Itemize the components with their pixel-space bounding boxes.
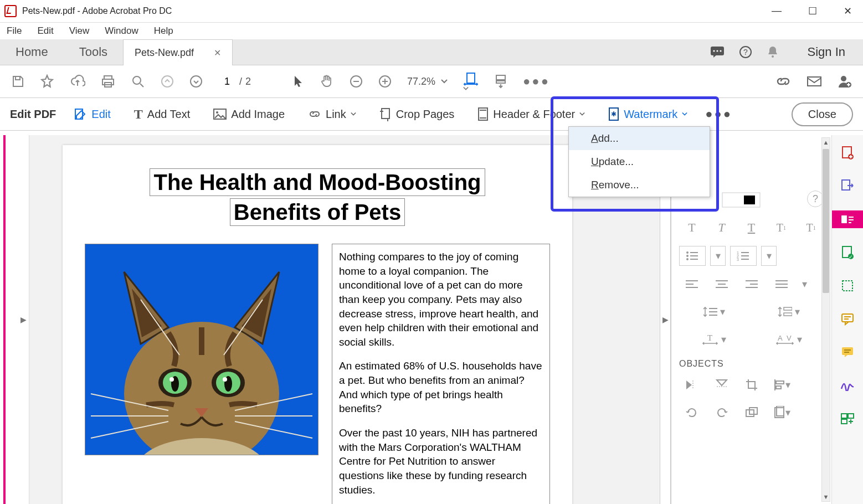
bullet-list-dropdown[interactable]: ▾ [710,246,726,266]
email-icon[interactable] [807,76,822,87]
add-person-icon[interactable] [838,74,852,89]
rotate-ccw-icon[interactable] [679,403,705,422]
rotate-cw-icon[interactable] [709,403,734,422]
link-tool[interactable]: Link [302,105,362,124]
save-icon[interactable] [11,75,24,88]
arrange-icon[interactable] [739,403,764,422]
pdf-page[interactable]: The Health and Mood-Boosting Benefits of… [63,145,572,504]
edit-icon [74,107,87,121]
tab-document[interactable]: Pets-New.pdf ✕ [123,39,233,65]
text-subscript-icon[interactable]: T1 [798,218,824,237]
align-left-icon[interactable] [679,275,705,294]
line-spacing-icon[interactable]: ▾ [679,302,749,321]
document-area[interactable]: The Health and Mood-Boosting Benefits of… [29,135,660,504]
watermark-add-item[interactable]: Add... [569,127,710,150]
number-list-icon[interactable]: 123 [730,246,757,266]
bell-icon[interactable] [767,45,779,59]
menu-file[interactable]: File [7,25,22,37]
scroll-thumb[interactable] [823,149,829,293]
menu-window[interactable]: Window [105,25,138,37]
comments-icon[interactable] [710,46,725,58]
watermark-remove-item[interactable]: Remove... [569,173,710,197]
hand-tool-icon[interactable] [320,74,334,89]
crop-image-icon[interactable] [739,376,764,394]
rail-combine-icon[interactable]: ✓ [836,244,859,261]
search-icon[interactable] [131,74,145,89]
page-current-input[interactable] [218,75,236,88]
print-icon[interactable] [101,75,115,88]
horizontal-scale-icon[interactable]: T ▾ [679,330,749,349]
number-list-dropdown[interactable]: ▾ [761,246,777,266]
svg-rect-24 [808,77,821,86]
rail-sign-icon[interactable] [836,377,859,394]
rail-create-pdf-icon[interactable] [836,144,859,162]
text-underline-icon[interactable]: T [739,218,764,237]
tab-home[interactable]: Home [0,39,64,65]
bullet-list-icon[interactable] [679,246,706,266]
rail-edit-pdf-icon[interactable] [832,210,863,228]
sign-in-button[interactable]: Sign In [790,39,864,65]
page-up-icon[interactable] [161,75,174,88]
cloud-upload-icon[interactable] [70,75,85,88]
svg-text:✱: ✱ [611,110,617,118]
align-right-icon[interactable] [739,275,764,294]
more-tools-icon[interactable]: ●●● [523,74,550,89]
flip-horizontal-icon[interactable] [679,376,705,394]
rail-more-tools-icon[interactable] [836,410,859,428]
tab-close-icon[interactable]: ✕ [214,48,221,58]
watermark-tool[interactable]: ✱ Watermark [603,104,693,125]
doc-title-line2[interactable]: Benefits of Pets [230,198,405,226]
maximize-button[interactable]: ☐ [808,5,817,17]
align-center-icon[interactable] [709,275,734,294]
add-image-tool[interactable]: Add Image [208,105,290,124]
rail-sticky-note-icon[interactable] [836,343,859,361]
doc-title-line1[interactable]: The Health and Mood-Boosting [150,168,485,196]
panel-scrollbar[interactable]: ▲ ▼ [821,137,830,502]
align-objects-icon[interactable]: ▾ [769,376,794,394]
left-pane-toggle[interactable]: ▶ [18,135,29,504]
rail-export-pdf-icon[interactable] [836,177,859,195]
page-down-icon[interactable] [189,75,203,88]
header-footer-tool[interactable]: Header & Footer [472,104,590,125]
svg-text:V: V [787,334,792,342]
replace-image-icon[interactable]: ▾ [769,403,794,422]
flip-vertical-icon[interactable] [709,376,734,394]
scroll-up-arrow[interactable]: ▲ [822,139,830,146]
svg-point-64 [686,258,689,260]
align-justify-icon[interactable] [769,275,794,294]
zoom-in-icon[interactable] [378,75,392,88]
tab-tools[interactable]: Tools [64,39,123,65]
scroll-down-arrow[interactable]: ▼ [822,493,830,500]
rail-organize-icon[interactable] [836,277,859,295]
fit-width-icon[interactable] [463,72,479,91]
star-icon[interactable] [40,74,54,89]
rail-comment-icon[interactable] [836,310,859,328]
menu-view[interactable]: View [69,25,90,37]
minimize-button[interactable]: — [772,5,782,17]
close-window-button[interactable]: ✕ [844,5,852,17]
doc-image-cat[interactable] [85,244,319,455]
watermark-update-item[interactable]: Update... [569,150,710,173]
select-tool-icon[interactable] [293,75,304,88]
svg-rect-122 [841,419,847,424]
menu-edit[interactable]: Edit [37,25,53,37]
zoom-dropdown[interactable]: 77.2% [407,76,448,88]
crop-pages-tool[interactable]: Crop Pages [374,104,460,125]
add-text-tool[interactable]: T Add Text [129,104,196,125]
doc-text-block[interactable]: Nothing compares to the joy of coming ho… [332,244,550,504]
paragraph-spacing-icon[interactable]: ▾ [754,302,824,321]
more-edit-tools-icon[interactable]: ●●● [705,107,732,121]
help-icon[interactable]: ? [739,45,752,59]
zoom-out-icon[interactable] [350,75,363,88]
menu-help[interactable]: Help [154,25,173,37]
align-more-dropdown[interactable]: ▾ [799,275,810,294]
doc-p3: Over the past 10 years, NIH has partnere… [339,426,543,497]
close-edit-button[interactable]: Close [792,102,853,126]
edit-tool[interactable]: Edit [68,104,116,124]
scroll-mode-icon[interactable] [494,74,507,89]
text-superscript-icon[interactable]: T1 [768,218,794,237]
text-regular-icon[interactable]: T [679,218,705,237]
character-spacing-icon[interactable]: AV ▾ [754,330,824,349]
text-italic-icon[interactable]: T [709,218,734,237]
share-link-icon[interactable] [775,75,791,88]
